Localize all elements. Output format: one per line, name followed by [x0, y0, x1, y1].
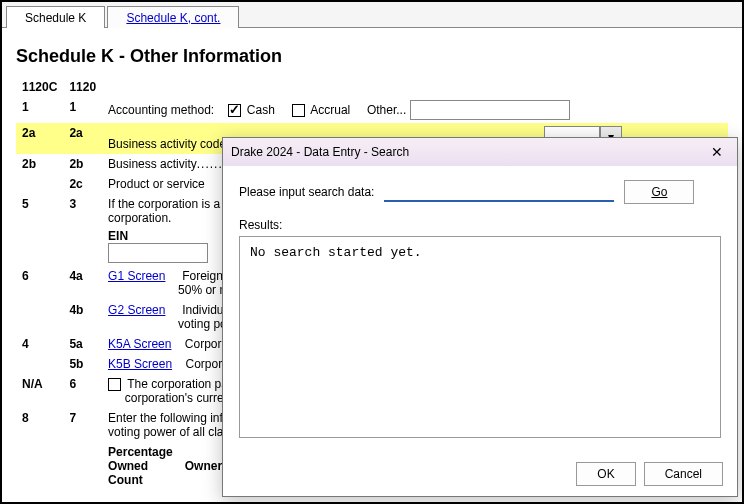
- row6-col1: 6: [16, 266, 63, 300]
- dialog-titlebar: Drake 2024 - Data Entry - Search ✕: [223, 138, 737, 166]
- input-ein[interactable]: [108, 243, 208, 263]
- link-g1-screen[interactable]: G1 Screen: [108, 269, 165, 283]
- ok-button[interactable]: OK: [576, 462, 635, 486]
- link-k5b-screen[interactable]: K5B Screen: [108, 357, 172, 371]
- accounting-method-label: Accounting method:: [108, 103, 214, 117]
- search-dialog: Drake 2024 - Data Entry - Search ✕ Pleas…: [222, 137, 738, 497]
- page-title: Schedule K - Other Information: [16, 46, 728, 67]
- label-business-activity: Business activity: [108, 157, 197, 171]
- link-g2-screen[interactable]: G2 Screen: [108, 303, 165, 317]
- row2c-col2: 2c: [63, 174, 102, 194]
- tab-schedule-k-cont[interactable]: Schedule K, cont.: [107, 6, 239, 28]
- search-input[interactable]: [384, 182, 614, 202]
- rowna-col1: N/A: [16, 374, 63, 408]
- checkbox-cash[interactable]: [228, 104, 241, 117]
- row2a-col2: 2a: [63, 123, 102, 154]
- row8-col2: 7: [63, 408, 102, 442]
- input-other-method[interactable]: [410, 100, 570, 120]
- row5-col2: 3: [63, 194, 102, 266]
- row4a-col2: 4a: [63, 266, 102, 300]
- row4b-col2: 4b: [63, 300, 102, 334]
- close-icon[interactable]: ✕: [705, 142, 729, 162]
- tab-schedule-k[interactable]: Schedule K: [6, 6, 105, 28]
- row5-col1: 5: [16, 194, 63, 266]
- row2b-col2: 2b: [63, 154, 102, 174]
- row5b-col2: 5b: [63, 354, 102, 374]
- row1-col2: 1: [63, 97, 102, 123]
- link-k5a-screen[interactable]: K5A Screen: [108, 337, 171, 351]
- label-product-service: Product or service: [108, 177, 205, 191]
- label-cash: Cash: [247, 103, 275, 117]
- row4-col1: 4: [16, 334, 63, 354]
- checkbox-corp-paid[interactable]: [108, 378, 121, 391]
- label-ein: EIN: [108, 229, 128, 243]
- colhead-1120: 1120: [63, 77, 102, 97]
- results-box: No search started yet.: [239, 236, 721, 438]
- label-accrual: Accrual: [310, 103, 350, 117]
- row5a-col2: 5a: [63, 334, 102, 354]
- results-label: Results:: [239, 218, 721, 232]
- label-pct-owned: PercentageOwned: [108, 445, 173, 473]
- go-button[interactable]: Go: [624, 180, 694, 204]
- row8-col1: 8: [16, 408, 63, 442]
- cancel-button[interactable]: Cancel: [644, 462, 723, 486]
- tab-bar: Schedule K Schedule K, cont.: [2, 2, 742, 28]
- rowna-col2: 6: [63, 374, 102, 408]
- label-other: Other...: [367, 103, 406, 117]
- colhead-1120c: 1120C: [16, 77, 63, 97]
- row1-col1: 1: [16, 97, 63, 123]
- row2a-col1: 2a: [16, 123, 63, 154]
- results-text: No search started yet.: [250, 245, 422, 260]
- dialog-title: Drake 2024 - Data Entry - Search: [231, 145, 409, 159]
- row2b-col1: 2b: [16, 154, 63, 174]
- search-prompt: Please input search data:: [239, 185, 374, 199]
- checkbox-accrual[interactable]: [292, 104, 305, 117]
